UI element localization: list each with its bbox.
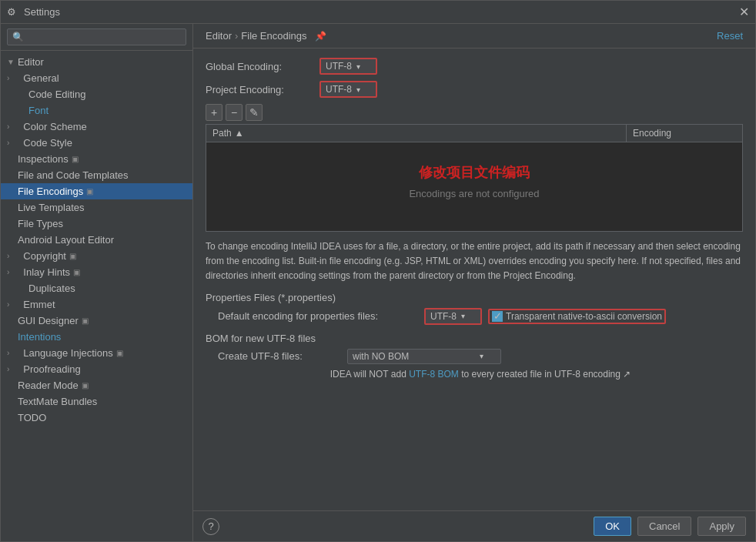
project-encoding-dropdown[interactable]: UTF-8 ▾ — [319, 81, 377, 98]
sidebar-item-inlay-hints[interactable]: › Inlay Hints ▣ — [1, 264, 192, 280]
bom-create-dropdown[interactable]: with NO BOM ▾ — [347, 349, 501, 364]
reset-button[interactable]: Reset — [717, 30, 743, 42]
breadcrumb-current: File Encodings — [241, 30, 306, 42]
bom-section-body: Create UTF-8 files: with NO BOM ▾ IDEA w… — [206, 349, 743, 380]
sidebar-item-code-style[interactable]: › Code Style — [1, 135, 192, 151]
sidebar-item-font[interactable]: Font — [1, 102, 192, 119]
properties-section-body: Default encoding for properties files: U… — [206, 308, 743, 325]
sidebar-item-code-editing[interactable]: Code Editing — [1, 86, 192, 102]
emmet-label: Emmet — [23, 299, 55, 310]
general-label: General — [23, 72, 59, 84]
bottom-bar: ? OK Cancel Apply — [193, 510, 755, 541]
props-encoding-dropdown[interactable]: UTF-8 ▾ — [424, 308, 482, 325]
props-encoding-value: UTF-8 — [430, 311, 457, 322]
bom-section-title: BOM for new UTF-8 files — [206, 333, 743, 344]
inspections-icon: ▣ — [72, 155, 79, 163]
arrow-icon-codestyle: › — [7, 139, 9, 147]
sidebar-item-reader-mode[interactable]: Reader Mode ▣ — [1, 377, 192, 393]
close-button[interactable]: ✕ — [739, 5, 749, 19]
sidebar-item-language-injections[interactable]: › Language Injections ▣ — [1, 345, 192, 361]
properties-encoding-row: Default encoding for properties files: U… — [218, 308, 743, 325]
sidebar-item-color-scheme[interactable]: › Color Scheme — [1, 119, 192, 135]
arrow-icon-langinjections: › — [7, 349, 9, 357]
global-encoding-row: Global Encoding: UTF-8 ▾ — [206, 58, 743, 75]
sidebar-item-general[interactable]: › General — [1, 70, 192, 86]
dropdown-arrow-icon2: ▾ — [356, 85, 360, 94]
path-column-header: Path ▲ — [206, 125, 627, 142]
toolbar: + − ✎ — [206, 104, 743, 121]
app-icon: ⚙ — [7, 6, 19, 18]
sidebar-tree: ▼ Editor › General Code Editing Font › C… — [1, 51, 192, 541]
bottom-left: ? — [202, 518, 219, 535]
sidebar-item-file-types[interactable]: File Types — [1, 216, 192, 232]
sidebar: ▼ Editor › General Code Editing Font › C… — [1, 24, 193, 541]
sidebar-item-proofreading[interactable]: › Proofreading — [1, 361, 192, 377]
sidebar-item-file-code-templates[interactable]: File and Code Templates — [1, 167, 192, 183]
project-encoding-label: Project Encoding: — [206, 84, 313, 95]
transparent-checkbox-wrap[interactable]: ✓ Transparent native-to-ascii conversion — [488, 309, 666, 324]
bom-note-link[interactable]: UTF-8 BOM — [409, 369, 459, 380]
sidebar-item-duplicates[interactable]: Duplicates — [1, 280, 192, 296]
cancel-button[interactable]: Cancel — [637, 517, 691, 536]
main-panel: Editor › File Encodings 📌 Reset Global E… — [193, 24, 755, 541]
pin-icon: 📌 — [315, 31, 326, 42]
bottom-right: OK Cancel Apply — [594, 517, 746, 536]
arrow-icon-general: › — [7, 74, 9, 82]
lang-injections-icon: ▣ — [116, 349, 123, 357]
apply-button[interactable]: Apply — [697, 517, 746, 536]
main-body: Global Encoding: UTF-8 ▾ Project Encodin… — [193, 49, 755, 510]
arrow-icon-inlay: › — [7, 268, 9, 276]
arrow-icon-proofreading: › — [7, 365, 9, 373]
titlebar: ⚙ Settings ✕ — [1, 1, 755, 24]
sidebar-item-copyright[interactable]: › Copyright ▣ — [1, 248, 192, 264]
bom-note: IDEA will NOT add UTF-8 BOM to every cre… — [218, 369, 743, 380]
remove-button[interactable]: − — [226, 104, 243, 121]
language-injections-label: Language Injections — [23, 347, 112, 359]
breadcrumb-separator: › — [235, 30, 238, 42]
sidebar-item-textmate[interactable]: TextMate Bundles — [1, 393, 192, 410]
editor-label: Editor — [18, 56, 44, 68]
sidebar-item-file-encodings[interactable]: File Encodings ▣ — [1, 183, 192, 199]
info-text: To change encoding IntelliJ IDEA uses fo… — [206, 239, 743, 284]
transparent-label: Transparent native-to-ascii conversion — [506, 311, 662, 322]
sidebar-item-intentions[interactable]: Intentions — [1, 329, 192, 345]
properties-section-title: Properties Files (*.properties) — [206, 292, 743, 303]
global-encoding-dropdown[interactable]: UTF-8 ▾ — [319, 58, 377, 75]
live-templates-label: Live Templates — [18, 202, 84, 213]
bom-section: BOM for new UTF-8 files Create UTF-8 fil… — [206, 333, 743, 380]
global-encoding-label: Global Encoding: — [206, 61, 313, 72]
sidebar-item-editor[interactable]: ▼ Editor — [1, 54, 192, 70]
sidebar-item-live-templates[interactable]: Live Templates — [1, 199, 192, 216]
help-button[interactable]: ? — [202, 518, 219, 535]
sidebar-item-inspections[interactable]: Inspections ▣ — [1, 151, 192, 167]
copyright-label: Copyright — [23, 250, 66, 262]
sidebar-item-android-layout[interactable]: Android Layout Editor — [1, 232, 192, 248]
search-input[interactable] — [7, 28, 186, 45]
arrow-icon: ▼ — [7, 58, 15, 66]
reader-mode-label: Reader Mode — [18, 380, 79, 391]
path-encoding-table: Path ▲ Encoding 修改项目文件编码 Encodings are n… — [206, 124, 743, 232]
inlay-hints-label: Inlay Hints — [23, 266, 70, 278]
sidebar-item-emmet[interactable]: › Emmet — [1, 296, 192, 313]
default-encoding-props-label: Default encoding for properties files: — [218, 310, 418, 322]
main-content: ▼ Editor › General Code Editing Font › C… — [1, 24, 755, 541]
sort-icon: ▲ — [235, 128, 244, 139]
sidebar-item-gui-designer[interactable]: GUI Designer ▣ — [1, 313, 192, 329]
color-scheme-label: Color Scheme — [23, 121, 86, 132]
global-encoding-value: UTF-8 — [326, 61, 352, 72]
bom-note-prefix: IDEA will NOT add — [330, 369, 409, 380]
bom-dropdown-arrow-icon: ▾ — [480, 352, 483, 360]
project-encoding-value: UTF-8 — [326, 84, 352, 95]
add-button[interactable]: + — [206, 104, 222, 121]
transparent-checkbox[interactable]: ✓ — [492, 311, 503, 322]
chinese-title: 修改项目文件编码 — [419, 163, 530, 182]
sidebar-item-todo[interactable]: TODO — [1, 410, 192, 426]
copyright-icon: ▣ — [69, 252, 76, 260]
create-utf8-row: Create UTF-8 files: with NO BOM ▾ — [218, 349, 743, 364]
props-dropdown-arrow-icon: ▾ — [461, 312, 465, 320]
table-body: 修改项目文件编码 Encodings are not configured — [206, 142, 742, 219]
file-code-templates-label: File and Code Templates — [18, 169, 129, 181]
dropdown-arrow-icon: ▾ — [356, 62, 360, 71]
edit-button[interactable]: ✎ — [246, 104, 263, 121]
ok-button[interactable]: OK — [594, 517, 631, 536]
